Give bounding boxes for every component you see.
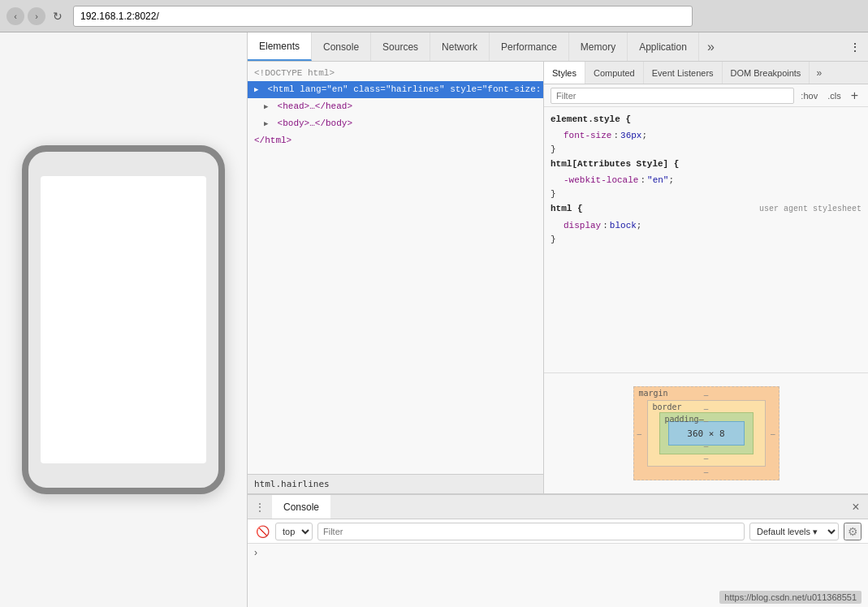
border-label: border <box>653 403 682 411</box>
ua-stylesheet-label: user agent stylesheet <box>759 202 862 217</box>
padding-bottom-value: – <box>704 441 709 450</box>
style-rule-close-2: } <box>544 188 868 200</box>
border-bottom-value: – <box>704 454 709 463</box>
doctype-line: <!DOCTYPE html> <box>248 65 543 81</box>
tab-memory[interactable]: Memory <box>569 32 628 61</box>
margin-bottom-value: – <box>704 467 709 476</box>
elements-tree-panel: <!DOCTYPE html> ▶ <html lang="en" class=… <box>248 62 544 493</box>
console-chevron-icon: › <box>254 547 257 558</box>
forward-button[interactable]: › <box>28 7 45 25</box>
tab-dom-breakpoints[interactable]: DOM Breakpoints <box>723 62 810 84</box>
tab-elements[interactable]: Elements <box>248 32 312 61</box>
style-prop-font-size[interactable]: font-size : 36px ; <box>544 128 868 144</box>
devtools-more-tabs[interactable]: » <box>699 32 723 61</box>
bm-margin: margin – – – border – pa <box>633 386 779 480</box>
breadcrumb-text: html.hairlines <box>254 479 330 489</box>
console-filter-bar: 🚫 top Default levels ▾ ⚙ <box>248 519 868 544</box>
style-rule-html-ua: html { user agent stylesheet <box>544 200 868 218</box>
margin-left-value: – <box>637 429 642 438</box>
tab-application[interactable]: Application <box>628 32 699 61</box>
console-context-select[interactable]: top <box>275 523 313 540</box>
style-rule-close-3: } <box>544 234 868 245</box>
devtools-nav: Elements Console Sources Network Perform… <box>248 32 868 62</box>
styles-filter-bar: :hov .cls + <box>544 84 868 107</box>
console-close-button[interactable]: × <box>844 495 868 519</box>
html-tag-line[interactable]: ▶ <html lang="en" class="hairlines" styl… <box>248 81 543 98</box>
browser-window: ‹ › ↻ Elements Console Sources Network P… <box>0 0 868 607</box>
main-area: Elements Console Sources Network Perform… <box>0 32 868 607</box>
style-rule-element: element.style { <box>544 110 868 128</box>
hov-button[interactable]: :hov <box>797 89 821 102</box>
style-prop-display[interactable]: display : block ; <box>544 218 868 234</box>
nav-buttons: ‹ › ↻ <box>6 7 67 25</box>
styles-panel: Styles Computed Event Listeners DOM Brea… <box>544 62 868 493</box>
console-tabs-bar: ⋮ Console × <box>248 495 868 519</box>
console-level-select[interactable]: Default levels ▾ <box>749 523 839 540</box>
console-prompt[interactable]: › <box>254 547 862 558</box>
console-area: ⋮ Console × 🚫 top Default levels ▾ ⚙ <box>248 493 868 607</box>
styles-more-tabs[interactable]: » <box>810 62 828 84</box>
padding-top-value: – <box>704 416 709 425</box>
reload-button[interactable]: ↻ <box>49 7 67 25</box>
expand-head-icon[interactable]: ▶ <box>264 100 272 114</box>
back-button[interactable]: ‹ <box>6 7 24 25</box>
cls-button[interactable]: .cls <box>824 89 844 102</box>
style-prop-webkit-locale[interactable]: -webkit-locale : "en" ; <box>544 173 868 188</box>
html-close-line: </html> <box>248 132 543 149</box>
add-style-button[interactable]: + <box>848 89 862 102</box>
tab-network[interactable]: Network <box>430 32 490 61</box>
tab-console[interactable]: Console <box>312 32 371 61</box>
body-line[interactable]: ▶ <body>…</body> <box>248 115 543 132</box>
box-model-diagram: margin – – – border – pa <box>544 372 868 493</box>
expand-body-icon[interactable]: ▶ <box>264 117 272 131</box>
padding-label: padding– <box>665 415 704 424</box>
devtools-overflow-menu[interactable]: ⋮ <box>842 32 868 61</box>
style-rule-close-1: } <box>544 144 868 155</box>
margin-label: margin <box>639 389 668 398</box>
console-filter-input[interactable] <box>317 523 745 540</box>
styles-filter-input[interactable] <box>551 88 794 104</box>
tab-styles[interactable]: Styles <box>544 62 585 84</box>
bm-padding: padding– – 360 × 8 – <box>659 412 754 454</box>
tab-sources[interactable]: Sources <box>371 32 430 61</box>
elements-breadcrumb: html.hairlines <box>248 474 543 493</box>
console-content: › <box>248 544 868 607</box>
tab-event-listeners[interactable]: Event Listeners <box>644 62 723 84</box>
console-clear-button[interactable]: 🚫 <box>254 523 270 540</box>
console-settings-button[interactable]: ⚙ <box>844 523 862 540</box>
expand-icon[interactable]: ▶ <box>254 83 262 97</box>
styles-content: element.style { font-size : 36px ; } htm… <box>544 107 868 372</box>
preview-panel <box>0 32 248 607</box>
device-screen <box>41 176 206 463</box>
tab-console-bottom[interactable]: Console <box>272 495 330 519</box>
devtools-body: <!DOCTYPE html> ▶ <html lang="en" class=… <box>248 62 868 493</box>
head-line[interactable]: ▶ <head>…</head> <box>248 98 543 115</box>
device-frame <box>22 145 225 494</box>
styles-tabs: Styles Computed Event Listeners DOM Brea… <box>544 62 868 84</box>
address-bar[interactable] <box>73 6 693 27</box>
margin-right-value: – <box>771 429 775 438</box>
browser-toolbar: ‹ › ↻ <box>0 0 868 32</box>
bm-border: border – padding– – 360 × 8 <box>647 400 766 467</box>
console-menu-button[interactable]: ⋮ <box>248 495 272 519</box>
html-tree: <!DOCTYPE html> ▶ <html lang="en" class=… <box>248 62 543 474</box>
tab-performance[interactable]: Performance <box>490 32 569 61</box>
style-rule-html-attrs: html[Attributes Style] { <box>544 155 868 173</box>
tab-computed[interactable]: Computed <box>585 62 644 84</box>
box-model: margin – – – border – pa <box>633 386 779 480</box>
devtools-panel: Elements Console Sources Network Perform… <box>248 32 868 607</box>
margin-top-value: – <box>704 390 709 399</box>
